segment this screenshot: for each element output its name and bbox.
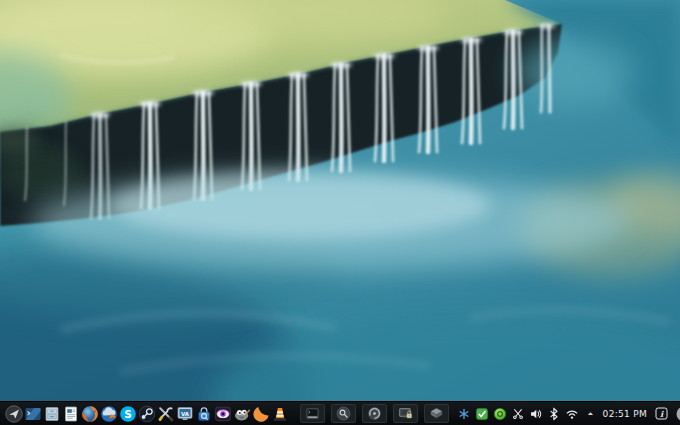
taskbar: SVA 02:51 PM i [0,401,680,425]
app-menu-icon[interactable] [4,404,23,424]
terminal-icon[interactable] [23,404,42,424]
volume-icon[interactable] [528,404,545,424]
thunderbird-icon[interactable] [99,404,118,424]
launcher-group: SVA [0,402,289,425]
palemoon-icon[interactable] [251,404,270,424]
tray-expander-icon[interactable] [582,404,599,424]
wallpaper-image [0,0,680,425]
wifi-icon[interactable] [564,404,581,424]
firefox-icon[interactable] [80,404,99,424]
svg-text:VA: VA [180,410,189,416]
vlc-icon[interactable] [270,404,289,424]
system-tray [456,402,599,425]
status-orb-icon[interactable] [492,404,509,424]
clipped-app-icon[interactable] [673,404,680,424]
desktop: SVA 02:51 PM i [0,0,680,425]
clipboard-scissors-icon[interactable] [510,404,527,424]
clock[interactable]: 02:51 PM [603,409,647,419]
svg-text:i: i [660,409,664,419]
system-tools-icon[interactable] [156,404,175,424]
software-center-icon[interactable] [194,404,213,424]
indicator-asterisk-icon[interactable] [456,404,473,424]
svg-text:S: S [124,408,132,420]
dropbox-icon[interactable] [424,404,449,423]
notification-info-icon[interactable]: i [652,404,671,424]
gimp-icon[interactable] [232,404,251,424]
bluetooth-icon[interactable] [546,404,563,424]
search-app-icon[interactable] [331,404,356,423]
updates-ok-icon[interactable] [474,404,491,424]
skype-icon[interactable]: S [118,404,137,424]
virtual-machine-icon[interactable]: VA [175,404,194,424]
browser-app-icon[interactable] [362,404,387,423]
lock-screen-icon[interactable] [393,404,418,423]
window-button-group [300,402,449,425]
file-manager-icon[interactable] [42,404,61,424]
steam-icon[interactable] [137,404,156,424]
eye-viewer-icon[interactable] [213,404,232,424]
writer-document-icon[interactable] [61,404,80,424]
tray-tail-group: i [652,402,680,425]
terminal-window-icon[interactable] [300,404,325,423]
